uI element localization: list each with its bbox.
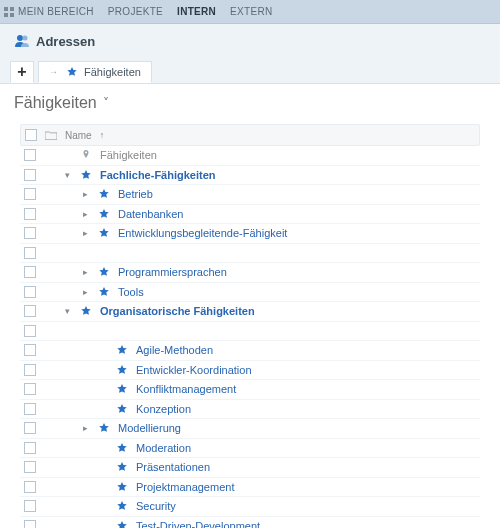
chevron-down-icon: ˅ [103, 96, 109, 110]
tree-row[interactable]: ▾Organisatorische Fähigkeiten [20, 302, 480, 322]
row-label[interactable]: Tools [118, 286, 144, 298]
content-area: Fähigkeiten ˅ Name ↑ Fähigkeiten▾Fachlic… [0, 84, 500, 528]
row-checkbox[interactable] [24, 227, 36, 239]
tree-row[interactable]: ▸Tools [20, 283, 480, 303]
screen-title[interactable]: Fähigkeiten ˅ [14, 94, 486, 112]
chevron-right-icon: → [49, 67, 58, 77]
tree-row[interactable]: ▸Modellierung [20, 419, 480, 439]
expand-toggle[interactable]: ▸ [80, 267, 90, 277]
expand-toggle[interactable]: ▾ [62, 170, 72, 180]
row-label[interactable]: Entwickler-Koordination [136, 364, 252, 376]
tree-row[interactable]: Konzeption [20, 400, 480, 420]
star-blue-icon [98, 227, 110, 239]
row-label[interactable]: Modellierung [118, 422, 181, 434]
row-label[interactable]: Präsentationen [136, 461, 210, 473]
row-checkbox[interactable] [24, 461, 36, 473]
star-blue-icon [116, 481, 128, 493]
row-checkbox[interactable] [24, 403, 36, 415]
nav-extern[interactable]: EXTERN [230, 6, 272, 17]
nav-intern[interactable]: INTERN [177, 6, 216, 17]
tree-row[interactable]: Agile-Methoden [20, 341, 480, 361]
row-label[interactable]: Fachliche-Fähigkeiten [100, 169, 216, 181]
tree: Name ↑ Fähigkeiten▾Fachliche-Fähigkeiten… [14, 124, 486, 528]
tree-row[interactable]: Moderation [20, 439, 480, 459]
star-blue-icon [98, 266, 110, 278]
svg-point-4 [17, 35, 23, 41]
svg-point-5 [23, 36, 28, 41]
expand-toggle[interactable]: ▸ [80, 228, 90, 238]
tree-row[interactable]: Konfliktmanagement [20, 380, 480, 400]
nav-label: EXTERN [230, 6, 272, 17]
tab-strip: + → Fähigkeiten [0, 58, 500, 84]
row-checkbox[interactable] [24, 520, 36, 528]
row-checkbox[interactable] [24, 383, 36, 395]
row-checkbox[interactable] [24, 442, 36, 454]
row-checkbox[interactable] [24, 169, 36, 181]
tree-row[interactable]: Fähigkeiten [20, 146, 480, 166]
tab-faehigkeiten[interactable]: → Fähigkeiten [38, 61, 152, 83]
expand-toggle[interactable]: ▾ [62, 306, 72, 316]
sort-ascending-icon[interactable]: ↑ [100, 130, 105, 140]
row-checkbox[interactable] [24, 286, 36, 298]
row-label[interactable]: Test-Driven-Development [136, 520, 260, 528]
row-label[interactable]: Entwicklungsbegleitende-Fähigkeit [118, 227, 287, 239]
row-label[interactable]: Datenbanken [118, 208, 183, 220]
tree-row[interactable]: ▸Datenbanken [20, 205, 480, 225]
tree-row[interactable]: ▸Entwicklungsbegleitende-Fähigkeit [20, 224, 480, 244]
tree-rows: Fähigkeiten▾Fachliche-Fähigkeiten▸Betrie… [20, 146, 480, 528]
expand-toggle[interactable]: ▸ [80, 423, 90, 433]
row-label[interactable]: Fähigkeiten [100, 149, 157, 161]
row-checkbox[interactable] [24, 149, 36, 161]
nav-label: INTERN [177, 6, 216, 17]
empty-row [20, 322, 480, 342]
tree-row[interactable]: ▸Betrieb [20, 185, 480, 205]
top-nav: MEIN BEREICH PROJEKTE INTERN EXTERN [0, 0, 500, 24]
star-blue-icon [116, 461, 128, 473]
nav-projekte[interactable]: PROJEKTE [108, 6, 163, 17]
row-label[interactable]: Security [136, 500, 176, 512]
expand-toggle[interactable]: ▸ [80, 209, 90, 219]
tree-row[interactable]: ▾Fachliche-Fähigkeiten [20, 166, 480, 186]
row-checkbox[interactable] [24, 325, 36, 337]
row-label[interactable]: Betrieb [118, 188, 153, 200]
row-checkbox[interactable] [24, 364, 36, 376]
svg-rect-3 [10, 13, 14, 17]
row-label[interactable]: Konzeption [136, 403, 191, 415]
star-blue-icon [116, 500, 128, 512]
plus-icon: + [17, 63, 26, 81]
row-label[interactable]: Projektmanagement [136, 481, 234, 493]
tree-row[interactable]: Test-Driven-Development [20, 517, 480, 529]
row-checkbox[interactable] [24, 208, 36, 220]
addresses-icon [14, 33, 30, 49]
tree-row[interactable]: Projektmanagement [20, 478, 480, 498]
row-checkbox[interactable] [24, 344, 36, 356]
star-blue-icon [98, 208, 110, 220]
row-checkbox[interactable] [24, 500, 36, 512]
star-blue-icon [116, 383, 128, 395]
svg-rect-1 [10, 7, 14, 11]
row-checkbox[interactable] [24, 305, 36, 317]
row-label[interactable]: Programmiersprachen [118, 266, 227, 278]
row-checkbox[interactable] [24, 247, 36, 259]
row-label[interactable]: Konfliktmanagement [136, 383, 236, 395]
row-checkbox[interactable] [24, 266, 36, 278]
row-checkbox[interactable] [24, 481, 36, 493]
tree-row[interactable]: Security [20, 497, 480, 517]
add-tab-button[interactable]: + [10, 61, 34, 83]
column-name[interactable]: Name [65, 130, 92, 141]
row-checkbox[interactable] [24, 422, 36, 434]
page-title: Adressen [36, 34, 95, 49]
star-blue-icon [80, 169, 92, 181]
select-all-checkbox[interactable] [25, 129, 37, 141]
expand-toggle[interactable]: ▸ [80, 287, 90, 297]
row-checkbox[interactable] [24, 188, 36, 200]
tree-row[interactable]: Entwickler-Koordination [20, 361, 480, 381]
tree-row[interactable]: ▸Programmiersprachen [20, 263, 480, 283]
row-label[interactable]: Organisatorische Fähigkeiten [100, 305, 255, 317]
row-label[interactable]: Agile-Methoden [136, 344, 213, 356]
expand-toggle[interactable]: ▸ [80, 189, 90, 199]
tree-row[interactable]: Präsentationen [20, 458, 480, 478]
nav-label: PROJEKTE [108, 6, 163, 17]
nav-mein-bereich[interactable]: MEIN BEREICH [4, 6, 94, 17]
row-label[interactable]: Moderation [136, 442, 191, 454]
